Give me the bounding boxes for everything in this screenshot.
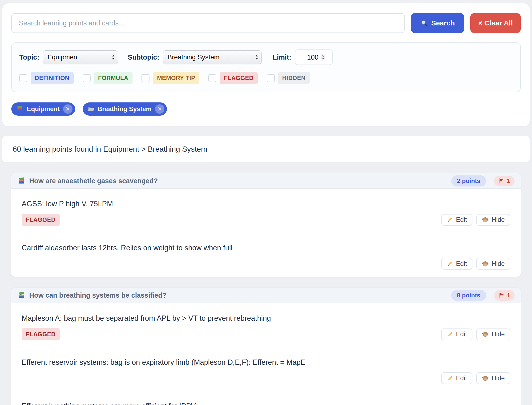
pencil-icon <box>447 375 453 381</box>
flag-icon <box>498 178 505 184</box>
flagged-tag: FLAGGED <box>22 328 60 340</box>
type-filter-definition[interactable]: DEFINITION <box>19 72 74 84</box>
flagged-tag: FLAGGED <box>22 214 60 226</box>
hide-button-label: Hide <box>492 331 505 338</box>
learning-point: Mapleson A: bag must be separated from A… <box>22 303 510 347</box>
type-filter-memory-tip[interactable]: MEMORY TIP <box>141 72 200 84</box>
close-icon[interactable]: ✕ <box>155 104 164 114</box>
stepper-icon[interactable] <box>321 54 325 61</box>
books-icon <box>18 291 26 299</box>
edit-button[interactable]: Edit <box>441 258 473 270</box>
type-filter-checkbox-definition[interactable] <box>19 74 27 82</box>
type-filter-label: FORMULA <box>94 72 133 84</box>
learning-point-text: Mapleson A: bag must be separated from A… <box>22 314 510 323</box>
limit-label: Limit: <box>273 54 292 61</box>
hide-button[interactable]: Hide <box>476 372 510 384</box>
results-summary-text: 60 learning points found in Equipment > … <box>13 145 207 153</box>
type-filter-checkbox-formula[interactable] <box>83 74 91 82</box>
learning-point-text: Efferent breathing systems are more effi… <box>22 401 510 405</box>
card-title: How can breathing systems be classified? <box>29 291 447 299</box>
filter-row-selects: Topic: Equipment Subtopic: Breathing Sys… <box>19 49 513 65</box>
hide-button[interactable]: Hide <box>476 329 510 340</box>
card-body: Mapleson A: bag must be separated from A… <box>11 303 521 405</box>
select-arrows-icon <box>255 54 259 60</box>
flag-count-badge: 1 <box>494 290 515 301</box>
flag-count-value: 1 <box>507 177 510 185</box>
pencil-icon <box>447 217 453 223</box>
subtopic-select-value: Breathing System <box>168 54 220 61</box>
hide-button-label: Hide <box>492 260 505 268</box>
filter-chip-label: Equipment <box>27 106 60 113</box>
search-button-label: Search <box>431 19 455 27</box>
edit-button[interactable]: Edit <box>441 214 473 226</box>
filter-chip-label: Breathing System <box>98 106 152 113</box>
type-filter-checkbox-hidden[interactable] <box>267 74 275 82</box>
subtopic-label: Subtopic: <box>128 54 159 61</box>
learning-card: How can breathing systems be classified?… <box>11 288 521 405</box>
card-title: How are anaesthetic gases scavenged? <box>29 177 447 185</box>
search-row: Search × Clear All <box>11 13 521 33</box>
flag-count-badge: 1 <box>494 176 515 186</box>
subtopic-select[interactable]: Breathing System <box>163 50 261 64</box>
search-input[interactable] <box>11 13 405 33</box>
point-actions: EditHide <box>441 258 510 270</box>
learning-point: Efferent reservoir systems: bag is on ex… <box>22 347 510 391</box>
learning-card: How are anaesthetic gases scavenged?2 po… <box>11 173 521 277</box>
edit-button-label: Edit <box>456 331 467 338</box>
learning-point: AGSS: low P high V, 75LPMFLAGGEDEditHide <box>22 189 510 233</box>
learning-point: Efferent breathing systems are more effi… <box>22 391 510 405</box>
hide-icon <box>482 260 489 267</box>
search-icon <box>420 19 428 27</box>
folder-icon <box>87 106 94 113</box>
hide-button[interactable]: Hide <box>476 214 510 226</box>
type-filter-checkbox-flagged[interactable] <box>208 74 216 82</box>
learning-point-meta: FLAGGEDEditHide <box>22 328 510 340</box>
topic-label: Topic: <box>19 54 39 61</box>
type-filter-formula[interactable]: FORMULA <box>83 72 133 84</box>
learning-point-text: AGSS: low P high V, 75LPM <box>22 199 510 209</box>
edit-button[interactable]: Edit <box>441 329 473 340</box>
results-summary: 60 learning points found in Equipment > … <box>2 136 530 162</box>
learning-point-text: Cardiff aldasorber lasts 12hrs. Relies o… <box>22 243 510 253</box>
search-button[interactable]: Search <box>411 13 464 33</box>
limit-field <box>295 49 332 65</box>
learning-point-text: Efferent reservoir systems: bag is on ex… <box>22 358 510 367</box>
clear-all-button[interactable]: × Clear All <box>470 13 521 33</box>
edit-button-label: Edit <box>456 375 467 382</box>
type-filter-label: HIDDEN <box>278 72 310 84</box>
filter-chip-breathing-system[interactable]: Breathing System✕ <box>83 102 167 116</box>
flag-icon <box>498 292 505 299</box>
type-filter-hidden[interactable]: HIDDEN <box>267 72 310 84</box>
points-count-badge: 2 points <box>451 176 486 187</box>
edit-button-label: Edit <box>456 260 467 268</box>
type-filters: DEFINITIONFORMULAMEMORY TIPFLAGGEDHIDDEN <box>19 72 513 84</box>
filter-chip-equipment[interactable]: Equipment✕ <box>11 102 75 116</box>
point-actions: EditHide <box>441 214 510 226</box>
search-filter-panel: Search × Clear All Topic: Equipment Subt… <box>2 3 530 127</box>
point-actions: EditHide <box>441 372 510 384</box>
edit-button[interactable]: Edit <box>441 372 473 384</box>
topic-select[interactable]: Equipment <box>43 50 118 64</box>
card-header: How are anaesthetic gases scavenged?2 po… <box>11 173 521 189</box>
card-header: How can breathing systems be classified?… <box>11 288 521 303</box>
learning-point-meta: EditHide <box>22 372 510 384</box>
limit-input[interactable] <box>303 54 319 61</box>
close-icon[interactable]: ✕ <box>63 104 73 114</box>
books-icon <box>16 105 24 113</box>
topic-select-value: Equipment <box>47 54 79 61</box>
points-count-badge: 8 points <box>451 290 486 301</box>
learning-point-meta: EditHide <box>22 258 510 270</box>
active-filter-chips: Equipment✕Breathing System✕ <box>11 102 521 116</box>
hide-icon <box>482 216 489 223</box>
books-icon <box>18 177 26 185</box>
select-arrows-icon <box>112 54 115 60</box>
type-filter-flagged[interactable]: FLAGGED <box>208 72 258 84</box>
type-filter-label: MEMORY TIP <box>153 72 200 84</box>
hide-icon <box>482 331 489 338</box>
pencil-icon <box>447 331 453 338</box>
type-filter-checkbox-memory-tip[interactable] <box>141 74 149 82</box>
cards-list: How are anaesthetic gases scavenged?2 po… <box>11 173 521 405</box>
filter-panel: Topic: Equipment Subtopic: Breathing Sys… <box>11 42 521 92</box>
pencil-icon <box>447 261 453 267</box>
hide-button[interactable]: Hide <box>476 258 510 270</box>
